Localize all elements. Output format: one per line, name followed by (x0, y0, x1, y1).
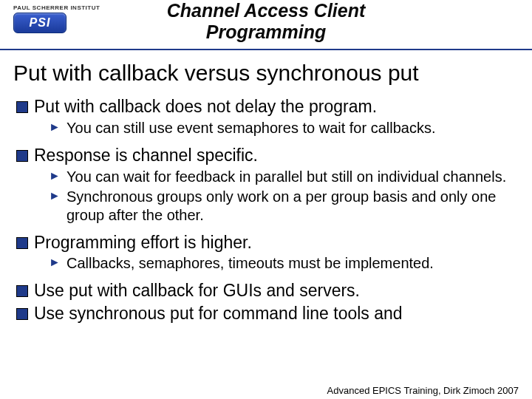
slide-footer: Advanced EPICS Training, Dirk Zimoch 200… (327, 385, 519, 396)
sub-list-item: You can wait for feedback in parallel bu… (49, 168, 519, 186)
sub-list-item: You can still use event semaphores to wa… (49, 119, 519, 137)
list-item: Response is channel specific. You can wa… (15, 145, 519, 225)
list-item: Programming effort is higher. Callbacks,… (15, 232, 519, 273)
list-item: Put with callback does not delay the pro… (15, 96, 519, 137)
bullet-text: Use synchronous put for command line too… (34, 304, 403, 323)
bullet-text: Put with callback does not delay the pro… (34, 97, 377, 116)
psi-logo-icon: PSI (13, 13, 66, 33)
slide-content: Put with callback versus synchronous put… (0, 50, 532, 324)
sub-list: You can still use event semaphores to wa… (34, 119, 519, 137)
bullet-text: Programming effort is higher. (34, 233, 252, 252)
bullet-text: Response is channel specific. (34, 146, 258, 165)
list-item: Use put with callback for GUIs and serve… (15, 280, 519, 301)
bullet-list: Put with callback does not delay the pro… (13, 96, 519, 324)
institute-name: PAUL SCHERRER INSTITUT (13, 4, 100, 11)
institute-logo: PAUL SCHERRER INSTITUT PSI (13, 4, 100, 33)
slide-title: Put with callback versus synchronous put (13, 61, 519, 86)
sub-list: You can wait for feedback in parallel bu… (34, 168, 519, 225)
sub-list: Callbacks, semaphores, timeouts must be … (34, 254, 519, 273)
sub-list-item: Callbacks, semaphores, timeouts must be … (49, 254, 519, 273)
bullet-text: Use put with callback for GUIs and serve… (34, 281, 360, 300)
slide-header: PAUL SCHERRER INSTITUT PSI Channel Acces… (0, 0, 532, 50)
sub-list-item: Synchronous groups only work on a per gr… (49, 188, 519, 225)
list-item: Use synchronous put for command line too… (15, 303, 519, 324)
